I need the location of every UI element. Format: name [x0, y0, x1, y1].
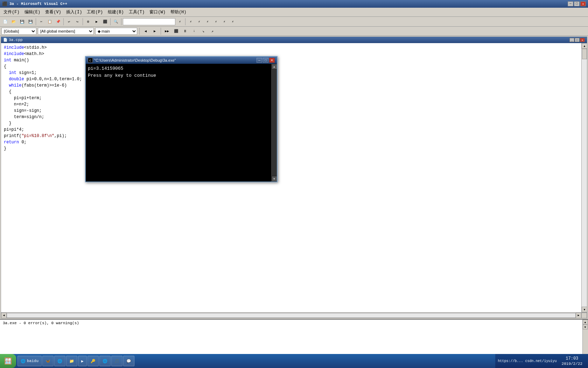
output-container: 3a.exe - 0 error(s), 0 warning(s) ▲ ▼	[0, 319, 588, 354]
debug-start-button[interactable]: ▶▶	[163, 27, 171, 35]
menu-window[interactable]: 窗口(W)	[147, 8, 168, 16]
debug-stop-button[interactable]: ⬛	[172, 27, 180, 35]
hscroll-track[interactable]	[7, 313, 576, 318]
output-vscrollbar[interactable]: ▲ ▼	[582, 320, 588, 354]
sep4	[110, 18, 111, 25]
open-button[interactable]: 📂	[10, 18, 18, 26]
console-title: "C:\Users\Administrator\Desktop\Debug\3a…	[94, 58, 176, 62]
clock-date: 2019/2/22	[562, 362, 582, 366]
run-button[interactable]: ▶	[93, 18, 100, 26]
scroll-up-button[interactable]: ▲	[582, 43, 587, 49]
console-minimize-button[interactable]: ─	[257, 58, 262, 63]
console-window: C "C:\Users\Administrator\Desktop\Debug\…	[85, 56, 278, 182]
debug-btn5[interactable]: ⚡	[220, 18, 228, 26]
hscroll-corner	[581, 313, 587, 318]
copy-button[interactable]: 📋	[46, 18, 54, 26]
sep3	[83, 18, 83, 25]
taskbar-item-browser[interactable]: 🌐	[99, 356, 111, 366]
search-input[interactable]	[123, 18, 175, 25]
taskbar-clock: 17:03 2019/2/22	[559, 356, 585, 366]
menu-help[interactable]: 帮助(H)	[168, 8, 189, 16]
editor-titlebar: 📄 3a.cpp _ □ ✕	[1, 37, 587, 43]
taskbar: 🪟 🌐 baidu 🦋 🌐 📁 ▶ 🔑 🌐	[0, 354, 588, 368]
console-scroll-track	[272, 69, 277, 176]
media-icon: ▶	[81, 359, 84, 363]
scroll-down-button[interactable]: ▼	[582, 307, 587, 312]
toolbar2: [Globals] [All global members] ◆ main ◀ …	[0, 27, 588, 36]
taskbar-item-ie[interactable]: 🌐	[54, 356, 65, 366]
menu-tools[interactable]: 工具(T)	[127, 8, 147, 16]
baidu-label: baidu	[27, 359, 38, 363]
find-button[interactable]: 🔍	[112, 18, 120, 26]
taskbar-item-key[interactable]: 🔑	[88, 356, 99, 366]
stop-button[interactable]: ⬛	[101, 18, 109, 26]
taskbar-item-baidu[interactable]: 🌐 baidu	[18, 356, 42, 366]
minimize-button[interactable]: ─	[568, 1, 573, 6]
sep7	[139, 28, 140, 35]
key-icon: 🔑	[91, 359, 96, 363]
taskbar-item-music[interactable]: 🎵	[111, 356, 122, 366]
folder-icon: 📁	[69, 359, 74, 363]
scroll-thumb[interactable]	[582, 49, 587, 59]
sep8	[161, 28, 161, 35]
editor-minimize-button[interactable]: _	[569, 38, 574, 42]
console-vscrollbar[interactable]: ▲ ▼	[271, 64, 277, 182]
output-scroll-down[interactable]: ▼	[583, 325, 588, 329]
save-all-button[interactable]: 💾	[27, 18, 34, 26]
maximize-button[interactable]: □	[574, 1, 580, 6]
taskbar-items: 🌐 baidu 🦋 🌐 📁 ▶ 🔑 🌐 🎵	[16, 356, 495, 366]
scope-dropdown[interactable]: [Globals]	[1, 28, 36, 35]
taskbar-item-chat[interactable]: 💬	[123, 356, 134, 366]
menu-build[interactable]: 组建(B)	[106, 8, 126, 16]
build-button[interactable]: ⚙	[84, 18, 92, 26]
menu-view[interactable]: 查看(V)	[43, 8, 63, 16]
menu-file[interactable]: 文件(F)	[1, 8, 22, 16]
debug-btn3[interactable]: ⚡	[204, 18, 211, 26]
menu-bar: 文件(F) 编辑(E) 查看(V) 插入(I) 工程(P) 组建(B) 工具(T…	[0, 8, 588, 17]
editor-vscrollbar[interactable]: ▲ ▼	[581, 43, 587, 312]
debug-step-into-button[interactable]: ↘	[200, 27, 207, 35]
music-icon: 🎵	[114, 359, 119, 363]
new-file-button[interactable]: 📄	[1, 18, 9, 26]
debug-btn1[interactable]: ⚡	[187, 18, 195, 26]
output-scroll-up[interactable]: ▲	[583, 320, 588, 325]
function-dropdown[interactable]: ◆ main	[95, 28, 137, 35]
close-button[interactable]: ✕	[580, 1, 586, 6]
debug-step-over-button[interactable]: ↓	[190, 27, 198, 35]
cut-button[interactable]: ✂	[37, 18, 45, 26]
debug-step-out-button[interactable]: ↗	[209, 27, 216, 35]
taskbar-item-media[interactable]: ▶	[78, 356, 87, 366]
debug-btn2[interactable]: ⚡	[195, 18, 203, 26]
hscroll-right-button[interactable]: ▶	[576, 313, 581, 318]
console-maximize-button[interactable]: □	[263, 58, 268, 63]
start-button[interactable]: 🪟	[0, 354, 16, 368]
taskbar-item-butterfly[interactable]: 🦋	[42, 356, 54, 366]
nav-back-button[interactable]: ◀	[142, 27, 149, 35]
debug-pause-button[interactable]: ⏸	[181, 27, 189, 35]
console-scroll-up[interactable]: ▲	[272, 64, 277, 69]
toolbar1: 📄 📂 💾 💾 ✂ 📋 📌 ↩ ↪ ⚙ ▶ ⬛ 🔍 ⚡ ⚡ ⚡ ⚡ ⚡ ⚡ ⚡	[0, 17, 588, 27]
debug-btn4[interactable]: ⚡	[212, 18, 220, 26]
console-scroll-down[interactable]: ▼	[272, 176, 277, 181]
console-output-line2: Press any key to continue	[88, 72, 275, 79]
sep6	[185, 18, 186, 25]
menu-project[interactable]: 工程(P)	[85, 8, 105, 16]
search-go-button[interactable]: ⚡	[176, 18, 184, 26]
console-close-button[interactable]: ✕	[269, 58, 275, 63]
debug-btn6[interactable]: ⚡	[229, 18, 237, 26]
menu-edit[interactable]: 编辑(E)	[22, 8, 43, 16]
editor-hscrollbar[interactable]: ◀ ▶	[1, 312, 587, 318]
save-button[interactable]: 💾	[18, 18, 26, 26]
members-dropdown[interactable]: [All global members]	[38, 28, 94, 35]
menu-insert[interactable]: 插入(I)	[64, 8, 84, 16]
paste-button[interactable]: 📌	[54, 18, 62, 26]
nav-fwd-button[interactable]: ▶	[151, 27, 159, 35]
taskbar-item-folder[interactable]: 📁	[66, 356, 77, 366]
console-body[interactable]: pi=3.14159065 Press any key to continue	[86, 64, 277, 182]
hscroll-left-button[interactable]: ◀	[1, 313, 7, 318]
app-icon: ⬛	[2, 1, 7, 7]
editor-maximize-button[interactable]: □	[575, 38, 580, 42]
redo-button[interactable]: ↪	[74, 18, 81, 26]
editor-close-button[interactable]: ✕	[580, 38, 585, 42]
undo-button[interactable]: ↩	[65, 18, 73, 26]
